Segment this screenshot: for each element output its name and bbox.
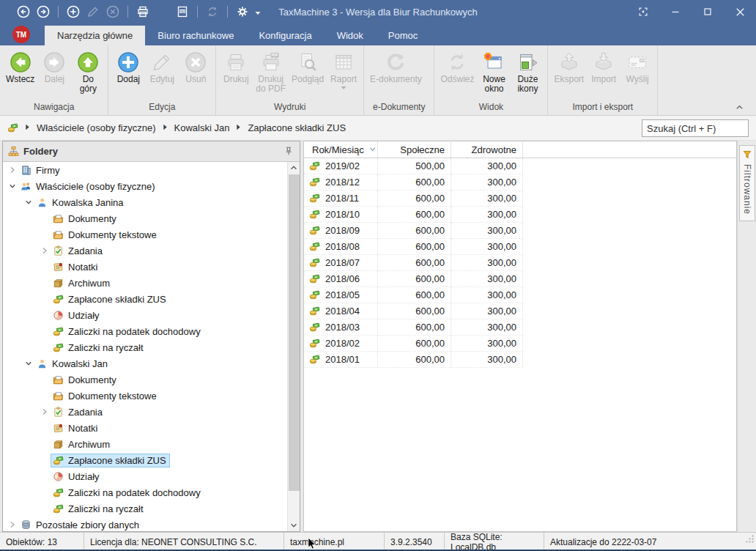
table-row[interactable]: 2018/07600,00300,00: [304, 255, 736, 271]
table-row[interactable]: 2018/08600,00300,00: [304, 239, 736, 255]
tree-item-archiwum[interactable]: Archiwum: [3, 436, 287, 452]
tree-item-dokumenty[interactable]: Dokumenty: [3, 371, 287, 388]
cell-value: 600,00: [415, 193, 445, 204]
table-row[interactable]: 2018/02600,00300,00: [304, 336, 736, 352]
tab-narzędzia-główne[interactable]: Narzędzia główne: [45, 26, 145, 45]
cell-value: 2018/07: [325, 257, 360, 268]
search-input[interactable]: [642, 119, 749, 137]
tree-item-udziały[interactable]: Udziały: [3, 307, 287, 323]
table-row[interactable]: 2018/10600,00300,00: [304, 207, 736, 223]
do-góry-button[interactable]: Do góry: [71, 49, 105, 94]
expander-collapsed-icon[interactable]: [38, 245, 51, 256]
tree-item-udziały[interactable]: Udziały: [3, 468, 287, 484]
breadcrumb-item-właściciele-osoby-fizyczne[interactable]: Właściciele (osoby fizyczne): [37, 122, 156, 133]
period-cell: 2018/09: [304, 223, 378, 239]
expander-collapsed-icon[interactable]: [6, 164, 18, 176]
tree-item-zaliczki-na-ryczałt[interactable]: Zaliczki na ryczałt: [3, 339, 287, 355]
tree-item-pozostałe-zbiory-danych[interactable]: Pozostałe zbiory danych: [3, 517, 287, 531]
pdf-button[interactable]: PDF: [175, 4, 190, 19]
fullscreen-button[interactable]: [627, 0, 659, 23]
breadcrumb-item-kowalski-jan[interactable]: Kowalski Jan: [174, 122, 230, 133]
pin-icon[interactable]: [284, 146, 294, 157]
chevron-down-icon[interactable]: [255, 5, 261, 18]
odśwież-button: Odśwież: [437, 49, 477, 84]
tree-item-notatki[interactable]: Notatki: [3, 259, 287, 275]
filter-tab[interactable]: Filtrowanie: [739, 145, 755, 221]
edocuments-icon: [384, 51, 407, 74]
close-button[interactable]: [724, 0, 756, 23]
settings-button[interactable]: [235, 4, 250, 19]
breadcrumb-item-zapłacone-składki-zus[interactable]: Zapłacone składki ZUS: [248, 122, 346, 133]
tree-item-content: Zadania: [51, 244, 106, 258]
nav-forward-icon: [42, 51, 66, 74]
money-icon: [309, 306, 320, 317]
expander-collapsed-icon[interactable]: [6, 519, 18, 530]
tree-item-kowalski-jan[interactable]: Kowalski Jan: [3, 355, 287, 371]
tree-item-zaliczki-na-podatek-dochodowy[interactable]: Zaliczki na podatek dochodowy: [3, 323, 287, 339]
tree-item-dokumenty[interactable]: Dokumenty: [3, 210, 287, 226]
tab-widok[interactable]: Widok: [325, 26, 376, 45]
scroll-thumb[interactable]: [289, 174, 300, 491]
tab-biuro-rachunkowe[interactable]: Biuro rachunkowe: [145, 26, 246, 45]
tab-pomoc[interactable]: Pomoc: [376, 26, 430, 45]
tree-item-zadania[interactable]: Zadania: [3, 243, 287, 259]
tree-item-dokumenty-tekstowe[interactable]: Dokumenty tekstowe: [3, 388, 287, 404]
tree-item-kowalska-janina[interactable]: Kowalska Janina: [3, 194, 287, 210]
app-logo[interactable]: TM: [12, 26, 30, 43]
table-row[interactable]: 2018/06600,00300,00: [304, 271, 736, 287]
tab-konfiguracja[interactable]: Konfiguracja: [246, 26, 324, 45]
tree-item-zapłacone-składki-zus[interactable]: Zapłacone składki ZUS: [3, 452, 287, 468]
statusbar: Obiektów: 13Licencja dla: NEONET CONSULT…: [0, 532, 756, 551]
tree-item-content: Archiwum: [51, 437, 114, 451]
column-header-zdrowotne[interactable]: Zdrowotne: [451, 141, 523, 158]
tree-item-zadania[interactable]: Zadania: [3, 404, 287, 420]
tree-item-content: Archiwum: [51, 276, 114, 290]
add-button[interactable]: [66, 4, 81, 19]
resize-grip[interactable]: [744, 533, 755, 547]
button-label: Dodaj: [117, 75, 140, 84]
forward-button[interactable]: [36, 4, 51, 19]
wstecz-button[interactable]: Wstecz: [3, 49, 37, 84]
table-row[interactable]: 2019/02500,00300,00: [304, 158, 736, 174]
column-header-rok-miesiąc[interactable]: Rok/Miesiąc: [304, 141, 378, 158]
table-row[interactable]: 2018/09600,00300,00: [304, 223, 736, 239]
table-row[interactable]: 2018/03600,00300,00: [304, 319, 736, 336]
cell-value: 300,00: [487, 193, 516, 204]
tree-item-zapłacone-składki-zus[interactable]: Zapłacone składki ZUS: [3, 291, 287, 307]
minimize-button[interactable]: [659, 0, 692, 23]
tree-item-archiwum[interactable]: Archiwum: [3, 275, 287, 291]
expander-expanded-icon[interactable]: [22, 358, 34, 369]
tree-item-notatki[interactable]: Notatki: [3, 420, 287, 436]
expander-expanded-icon[interactable]: [22, 196, 34, 208]
tree-item-zaliczki-na-podatek-dochodowy[interactable]: Zaliczki na podatek dochodowy: [3, 484, 287, 500]
tree-item-content: Zaliczki na ryczałt: [51, 502, 147, 516]
scroll-up-arrow[interactable]: [288, 162, 300, 174]
ribbon-collapse-button[interactable]: [733, 102, 746, 112]
tree-item-content: Zadania: [51, 405, 106, 419]
tree-item-zaliczki-na-ryczałt[interactable]: Zaliczki na ryczałt: [3, 500, 287, 517]
column-header-społeczne[interactable]: Społeczne: [378, 141, 451, 158]
table-row[interactable]: 2018/04600,00300,00: [304, 303, 736, 319]
expander-spacer: [38, 261, 51, 273]
table-row[interactable]: 2018/12600,00300,00: [304, 174, 736, 191]
expander-spacer: [38, 503, 51, 514]
tree-item-dokumenty-tekstowe[interactable]: Dokumenty tekstowe: [3, 226, 287, 243]
print-button[interactable]: [136, 4, 150, 19]
duże-ikony-button[interactable]: Duże ikony: [511, 49, 544, 94]
expander-collapsed-icon[interactable]: [38, 406, 51, 418]
table-row[interactable]: 2018/01600,00300,00: [304, 352, 736, 368]
nowe-okno-button[interactable]: Nowe okno: [477, 49, 511, 94]
expander-expanded-icon[interactable]: [6, 180, 18, 192]
back-button[interactable]: [16, 4, 31, 19]
dodaj-button[interactable]: Dodaj: [111, 49, 145, 84]
scroll-down-arrow[interactable]: [288, 519, 300, 531]
table-row[interactable]: 2018/11600,00300,00: [304, 191, 736, 207]
maximize-button[interactable]: [692, 0, 724, 23]
money-icon: [309, 354, 320, 365]
table-row[interactable]: 2018/05600,00300,00: [304, 287, 736, 303]
tree-scrollbar[interactable]: [287, 162, 300, 531]
tree-item-firmy[interactable]: Firmy: [3, 162, 287, 178]
print-preview-button[interactable]: [155, 4, 170, 19]
tree-item-właściciele-osoby-fizyczne[interactable]: Właściciele (osoby fizyczne): [3, 178, 287, 194]
money-icon: [309, 273, 320, 284]
